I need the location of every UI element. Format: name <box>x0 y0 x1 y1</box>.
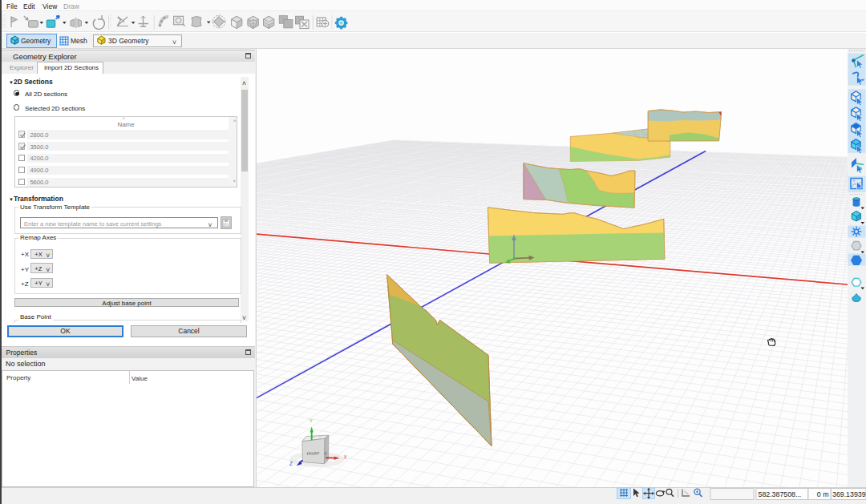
svg-text:Z: Z <box>289 461 293 466</box>
svg-text:582.387508...: 582.387508... <box>759 490 802 498</box>
svg-text:369.139399...: 369.139399... <box>832 490 866 498</box>
svg-text:RI: RI <box>323 451 328 455</box>
svg-text:Y: Y <box>310 418 313 423</box>
svg-text:0 m: 0 m <box>817 490 829 498</box>
svg-text:X: X <box>344 454 348 460</box>
